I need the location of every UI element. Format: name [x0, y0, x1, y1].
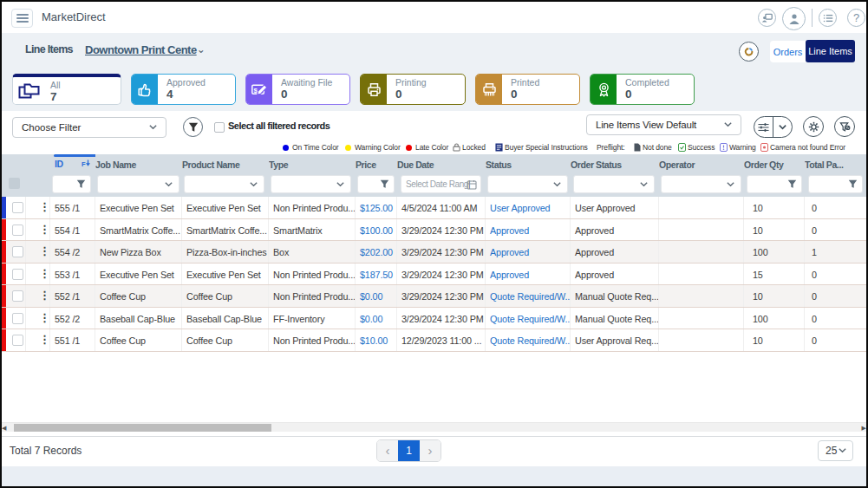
svg-text:F: F: [82, 160, 86, 168]
